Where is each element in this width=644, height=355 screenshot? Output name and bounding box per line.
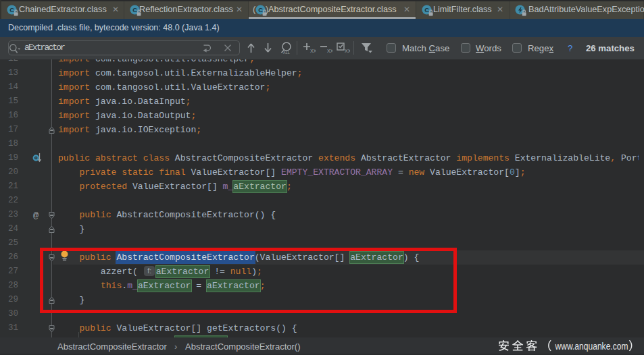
svg-text:C: C: [424, 6, 429, 13]
svg-text:C: C: [258, 6, 263, 13]
svg-text:ALL: ALL: [283, 51, 290, 55]
svg-text:XX: XX: [345, 49, 350, 53]
svg-text:www.anquanke.com: www.anquanke.com: [555, 340, 628, 352]
svg-text:XX: XX: [327, 49, 332, 53]
svg-text:XX: XX: [310, 49, 316, 53]
svg-text:C: C: [132, 6, 137, 13]
svg-text:C: C: [9, 6, 14, 13]
